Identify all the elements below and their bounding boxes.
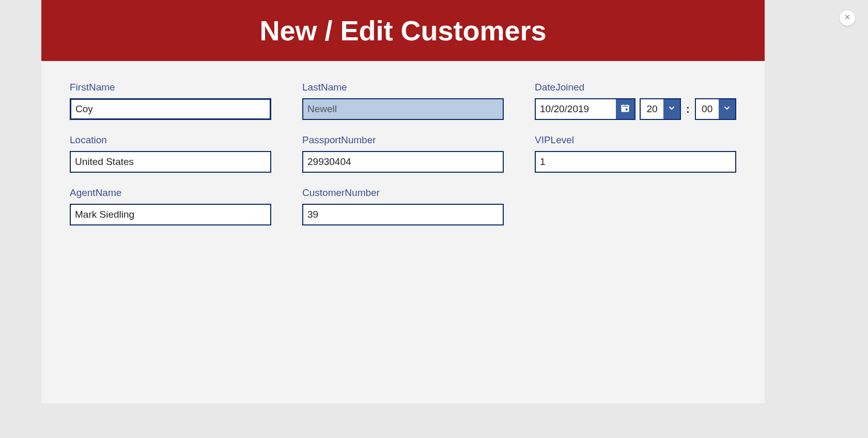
last-name-field: LastName — [302, 82, 504, 120]
customer-number-label: CustomerNumber — [302, 187, 504, 199]
date-joined-row: 20 : 00 — [535, 98, 736, 120]
calendar-button[interactable] — [616, 99, 634, 119]
passport-number-input[interactable] — [302, 151, 504, 173]
form-body: FirstName LastName DateJoined — [41, 61, 765, 246]
date-joined-label: DateJoined — [535, 82, 736, 93]
modal-title: New / Edit Customers — [259, 14, 546, 47]
hour-select[interactable]: 20 — [640, 98, 681, 120]
chevron-down-icon — [668, 104, 676, 114]
chevron-down-icon — [723, 104, 731, 114]
date-joined-field: DateJoined — [535, 82, 736, 120]
minute-select[interactable]: 00 — [695, 98, 736, 120]
last-name-input[interactable] — [302, 98, 504, 120]
agent-name-input[interactable] — [70, 204, 271, 225]
first-name-label: FirstName — [70, 82, 271, 93]
date-joined-date-input[interactable] — [536, 99, 616, 119]
hour-value: 20 — [641, 99, 663, 119]
time-separator: : — [685, 103, 691, 115]
vip-level-label: VIPLevel — [535, 134, 736, 146]
svg-rect-1 — [622, 105, 629, 107]
minute-value: 00 — [696, 99, 719, 119]
location-input[interactable] — [70, 151, 271, 173]
agent-name-label: AgentName — [70, 187, 271, 199]
vip-level-field: VIPLevel — [535, 134, 736, 173]
modal-header: New / Edit Customers — [41, 0, 765, 61]
customer-number-input[interactable] — [302, 204, 504, 225]
minute-dropdown-button[interactable] — [719, 99, 735, 119]
passport-number-field: PassportNumber — [302, 134, 504, 173]
last-name-label: LastName — [302, 82, 504, 93]
location-label: Location — [70, 134, 271, 146]
passport-number-label: PassportNumber — [302, 134, 504, 146]
first-name-field: FirstName — [70, 82, 271, 120]
close-icon — [844, 13, 851, 23]
svg-rect-4 — [626, 109, 628, 111]
vip-level-input[interactable] — [535, 151, 736, 173]
first-name-input[interactable] — [70, 98, 271, 120]
hour-dropdown-button[interactable] — [663, 99, 680, 119]
customer-number-field: CustomerNumber — [302, 187, 504, 225]
agent-name-field: AgentName — [70, 187, 271, 225]
date-input-wrap — [535, 98, 636, 120]
customer-form-modal: New / Edit Customers FirstName LastName … — [41, 0, 765, 403]
location-field: Location — [70, 134, 271, 173]
close-button[interactable] — [840, 10, 855, 26]
calendar-icon — [621, 103, 630, 115]
